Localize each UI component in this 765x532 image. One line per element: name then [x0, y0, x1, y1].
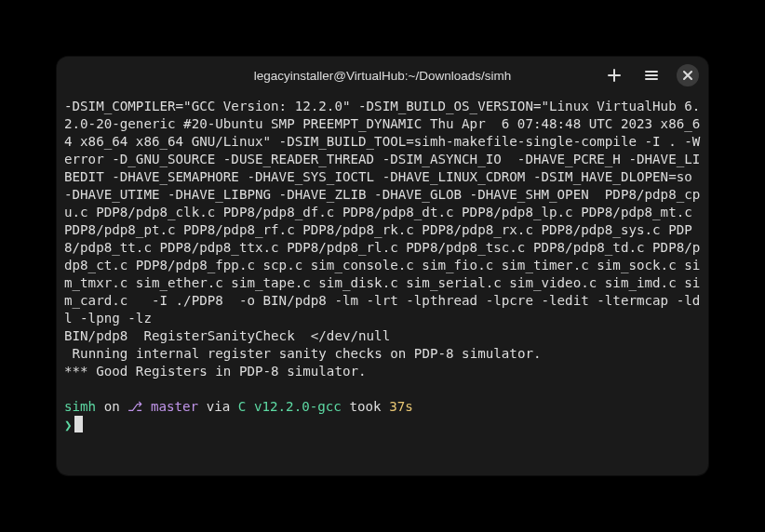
close-button[interactable] [677, 64, 699, 86]
prompt-branch: master [142, 399, 198, 414]
prompt-lang: C v12.2.0-gcc [238, 399, 342, 414]
prompt-via-text: via [198, 399, 238, 414]
hamburger-icon [644, 68, 659, 83]
prompt-caret: ❯ [64, 418, 73, 432]
new-tab-button[interactable] [602, 63, 626, 87]
sanity-check-line-3: *** Good Registers in PDP-8 simulator. [64, 364, 367, 379]
branch-icon: ⎇ [128, 399, 142, 414]
prompt-on-text: on [96, 399, 128, 414]
plus-icon [607, 68, 622, 83]
terminal-window: legacyinstaller@VirtualHub:~/Downloads/s… [57, 57, 708, 475]
prompt-took-text: took [342, 399, 389, 414]
terminal-body[interactable]: -DSIM_COMPILER="GCC Version: 12.2.0" -DS… [57, 94, 708, 475]
menu-button[interactable] [639, 63, 664, 87]
prompt-line: simh on ⎇ master via C v12.2.0-gcc took … [64, 398, 701, 434]
window-controls [602, 63, 699, 87]
window-title: legacyinstaller@VirtualHub:~/Downloads/s… [254, 69, 511, 83]
prompt-dir: simh [64, 399, 96, 414]
sanity-check-line-2: Running internal register sanity checks … [64, 346, 542, 361]
title-bar: legacyinstaller@VirtualHub:~/Downloads/s… [57, 57, 708, 94]
close-icon [682, 70, 693, 81]
cursor [74, 416, 84, 432]
compile-output: -DSIM_COMPILER="GCC Version: 12.2.0" -DS… [64, 99, 700, 326]
sanity-check-line-1: BIN/pdp8 RegisterSanityCheck </dev/null [64, 328, 390, 343]
prompt-time: 37s [389, 399, 413, 414]
